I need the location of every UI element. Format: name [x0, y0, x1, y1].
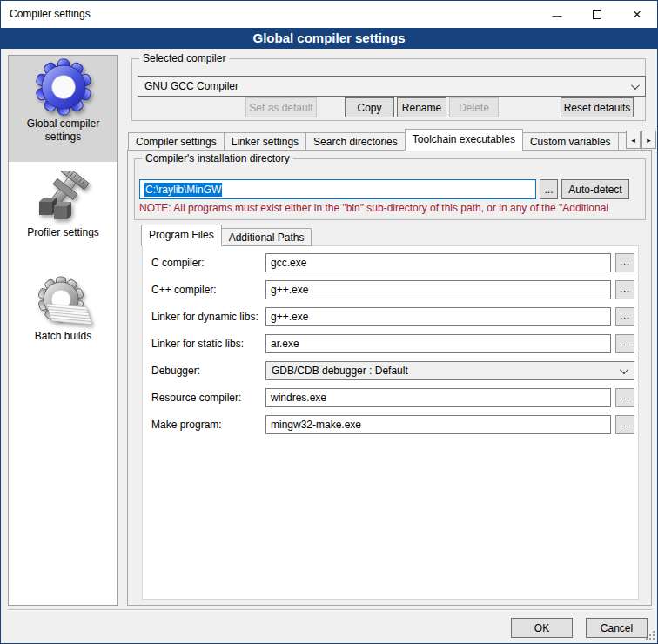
tab-program-files[interactable]: Program Files [141, 225, 222, 246]
static-linker-browse-button[interactable]: ... [615, 334, 634, 353]
footer-divider [8, 609, 652, 611]
tab-linker-settings[interactable]: Linker settings [224, 132, 306, 151]
dynamic-linker-label: Linker for dynamic libs: [151, 307, 258, 326]
sidebar-item-label: Batch builds [18, 330, 109, 343]
ok-button[interactable]: OK [511, 618, 573, 638]
installation-directory-value: C:\raylib\MinGW [144, 183, 222, 197]
auto-detect-button[interactable]: Auto-detect [561, 179, 629, 199]
tab-scroll-right-button[interactable]: ▸ [641, 131, 656, 149]
c-compiler-value: gcc.exe [271, 257, 306, 269]
cpp-compiler-input[interactable]: g++.exe [265, 280, 611, 299]
titlebar[interactable]: Compiler settings — × [1, 1, 657, 28]
dynamic-linker-value: g++.exe [271, 311, 308, 323]
tab-scroll-left-icon: ◂ [631, 136, 635, 144]
resource-compiler-input[interactable]: windres.exe [265, 388, 611, 407]
resource-compiler-value: windres.exe [271, 392, 326, 404]
tab-scroll-right-icon: ▸ [647, 136, 651, 144]
tab-toolchain-executables[interactable]: Toolchain executables [405, 129, 523, 151]
maximize-button[interactable] [577, 1, 617, 28]
sidebar-item-label: Global compiler settings [18, 117, 109, 144]
tab-scroll-left-button[interactable]: ◂ [626, 131, 641, 149]
make-program-input[interactable]: mingw32-make.exe [265, 415, 611, 434]
program-files-page: C compiler: gcc.exe ... C++ compiler: g+… [142, 245, 639, 600]
compiler-select-value: GNU GCC Compiler [144, 80, 238, 92]
blue-gear-icon [31, 58, 96, 117]
debugger-label: Debugger: [151, 361, 200, 380]
debugger-value: GDB/CDB debugger : Default [272, 365, 408, 377]
copy-button[interactable]: Copy [345, 97, 394, 117]
chevron-down-icon [620, 366, 628, 374]
page-title: Global compiler settings [1, 28, 657, 49]
settings-category-list: Global compiler settings [8, 55, 118, 606]
sidebar-item-batch-builds[interactable]: Batch builds [9, 276, 118, 343]
tab-compiler-settings[interactable]: Compiler settings [128, 132, 225, 151]
selected-compiler-group-label: Selected compiler [139, 52, 229, 64]
sidebar-item-profiler-settings[interactable]: Profiler settings [9, 171, 118, 239]
compiler-select[interactable]: GNU GCC Compiler [138, 76, 646, 97]
tab-additional-paths[interactable]: Additional Paths [221, 228, 312, 246]
resource-compiler-label: Resource compiler: [151, 388, 241, 407]
resize-grip[interactable] [645, 631, 655, 641]
program-files-tabbar: Program Files Additional Paths [141, 225, 402, 246]
static-linker-value: ar.exe [271, 338, 299, 350]
close-icon: × [633, 6, 641, 23]
minimize-button[interactable]: — [537, 1, 577, 28]
tab-build-options-clipped[interactable]: Build [618, 132, 626, 151]
rename-button[interactable]: Rename [397, 97, 446, 117]
cancel-button[interactable]: Cancel [586, 618, 648, 638]
close-button[interactable]: × [617, 1, 657, 28]
cpp-compiler-value: g++.exe [271, 284, 308, 296]
tab-search-directories[interactable]: Search directories [306, 132, 406, 151]
minimize-icon: — [553, 10, 562, 20]
browse-directory-button[interactable]: ... [540, 179, 558, 199]
delete-button[interactable]: Delete [449, 97, 499, 117]
dynamic-linker-browse-button[interactable]: ... [615, 307, 634, 326]
set-as-default-button[interactable]: Set as default [245, 97, 317, 117]
c-compiler-browse-button[interactable]: ... [615, 253, 634, 272]
note-text: NOTE: All programs must exist either in … [139, 202, 642, 216]
installation-directory-group-label: Compiler's installation directory [142, 152, 293, 164]
cpp-compiler-label: C++ compiler: [151, 280, 217, 299]
gray-gear-stack-icon [35, 276, 92, 330]
resource-compiler-browse-button[interactable]: ... [615, 388, 634, 407]
make-program-value: mingw32-make.exe [271, 419, 361, 431]
c-compiler-input[interactable]: gcc.exe [265, 253, 611, 272]
maximize-icon [593, 10, 601, 19]
make-program-label: Make program: [151, 415, 222, 434]
debugger-select[interactable]: GDB/CDB debugger : Default [265, 361, 634, 380]
dynamic-linker-input[interactable]: g++.exe [265, 307, 611, 326]
sidebar-item-label: Profiler settings [18, 226, 109, 239]
compiler-settings-dialog: Compiler settings — × Global compiler se… [0, 0, 658, 644]
reset-defaults-button[interactable]: Reset defaults [561, 97, 634, 117]
window-title: Compiler settings [10, 1, 91, 28]
c-compiler-label: C compiler: [151, 253, 205, 272]
cpp-compiler-browse-button[interactable]: ... [615, 280, 634, 299]
calipers-icon [36, 171, 91, 226]
static-linker-input[interactable]: ar.exe [265, 334, 611, 353]
installation-directory-input[interactable]: C:\raylib\MinGW [139, 179, 536, 199]
static-linker-label: Linker for static libs: [151, 334, 244, 353]
chevron-down-icon [631, 81, 640, 90]
make-program-browse-button[interactable]: ... [615, 415, 634, 434]
tab-custom-variables[interactable]: Custom variables [522, 132, 619, 151]
settings-tabbar: Compiler settings Linker settings Search… [128, 129, 626, 151]
sidebar-item-global-compiler-settings[interactable]: Global compiler settings [9, 56, 118, 162]
